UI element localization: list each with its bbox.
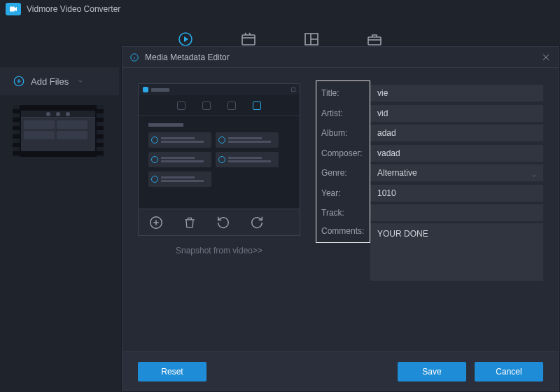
close-button[interactable] bbox=[540, 52, 552, 63]
preview-toolbar bbox=[138, 209, 300, 236]
file-thumbnail-strip bbox=[0, 95, 119, 167]
track-input[interactable] bbox=[370, 204, 543, 221]
label-composer: Composer: bbox=[321, 148, 370, 158]
app-title: Vidmore Video Converter bbox=[27, 4, 120, 14]
redo-button[interactable] bbox=[249, 215, 265, 230]
modal-title: Media Metadata Editor bbox=[145, 52, 230, 62]
chevron-down-icon bbox=[77, 76, 84, 87]
modal-body: Snapshot from video>> Title: Artist: Alb… bbox=[122, 68, 559, 351]
nav-collage-icon[interactable] bbox=[303, 31, 320, 48]
year-input[interactable] bbox=[370, 185, 543, 202]
delete-cover-button[interactable] bbox=[182, 215, 197, 230]
comments-textarea[interactable] bbox=[370, 223, 543, 281]
modal-header: Media Metadata Editor bbox=[122, 47, 559, 68]
label-album: Album: bbox=[321, 128, 370, 138]
label-comments: Comments: bbox=[321, 223, 370, 236]
nav-convert-icon[interactable] bbox=[177, 31, 194, 48]
album-input[interactable] bbox=[370, 125, 543, 141]
svg-rect-0 bbox=[10, 7, 15, 12]
cancel-button[interactable]: Cancel bbox=[475, 362, 543, 382]
composer-input[interactable] bbox=[370, 145, 543, 162]
svg-rect-5 bbox=[368, 37, 381, 45]
add-files-button[interactable]: Add Files bbox=[0, 67, 119, 95]
svg-rect-3 bbox=[242, 35, 255, 45]
titlebar: Vidmore Video Converter bbox=[0, 0, 560, 18]
reset-button[interactable]: Reset bbox=[138, 362, 206, 382]
preview-column: Snapshot from video>> bbox=[138, 83, 300, 351]
undo-button[interactable] bbox=[216, 215, 231, 230]
add-cover-button[interactable] bbox=[148, 215, 164, 230]
label-title: Title: bbox=[321, 88, 370, 98]
label-genre: Genre: bbox=[321, 168, 370, 178]
modal-footer: Reset Save Cancel bbox=[122, 351, 559, 391]
plus-circle-icon bbox=[13, 75, 25, 88]
label-track: Track: bbox=[321, 208, 370, 218]
cover-preview bbox=[138, 83, 300, 209]
app-logo bbox=[6, 3, 21, 15]
svg-marker-2 bbox=[184, 36, 188, 42]
genre-select[interactable] bbox=[370, 164, 543, 181]
nav-media-icon[interactable] bbox=[240, 31, 257, 48]
left-panel: Add Files bbox=[0, 67, 119, 167]
metadata-editor-modal: Media Metadata Editor bbox=[122, 46, 559, 391]
save-button[interactable]: Save bbox=[398, 362, 466, 382]
snapshot-from-video-link[interactable]: Snapshot from video>> bbox=[138, 246, 300, 255]
label-year: Year: bbox=[321, 188, 370, 198]
label-artist: Artist: bbox=[321, 108, 370, 118]
metadata-form: Title: Artist: Album: Composer: Genre: bbox=[321, 83, 543, 351]
add-files-label: Add Files bbox=[31, 76, 69, 87]
info-icon bbox=[130, 52, 139, 62]
nav-toolbox-icon[interactable] bbox=[366, 31, 383, 48]
artist-input[interactable] bbox=[370, 105, 543, 122]
title-input[interactable] bbox=[370, 85, 543, 102]
file-thumbnail[interactable] bbox=[13, 105, 104, 157]
